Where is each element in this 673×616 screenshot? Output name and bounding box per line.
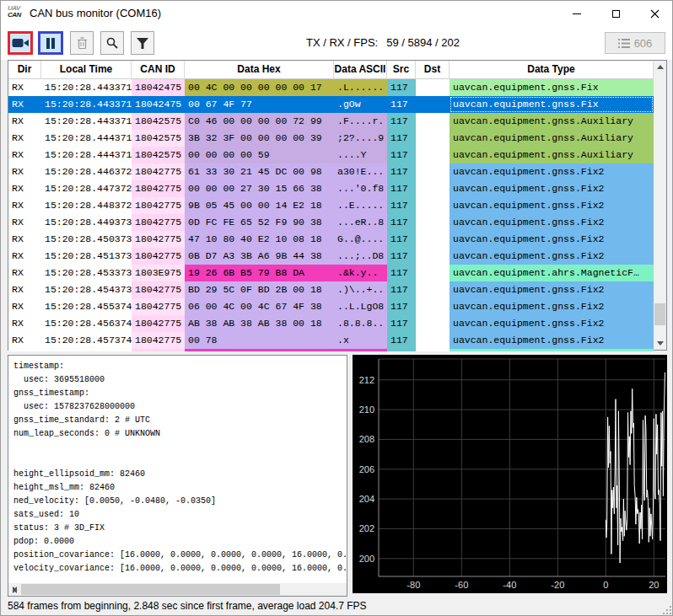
cell-time[interactable]: 15:20:28.443371: [41, 96, 132, 113]
table-row[interactable]: RX15:20:28.4473721804277500 00 00 27 30 …: [8, 180, 654, 197]
cell-dir[interactable]: [8, 349, 41, 351]
detail-horizontal-scrollbar[interactable]: [8, 583, 347, 596]
cell-hex[interactable]: 06 00 4C 00 4C 67 4F 38: [185, 298, 334, 315]
cell-src[interactable]: 117: [387, 197, 416, 214]
cell-dst[interactable]: [416, 281, 450, 298]
cell-type[interactable]: uavcan.equipment.gnss.Fix2: [450, 180, 654, 197]
cell-src[interactable]: 117: [387, 96, 416, 113]
cell-src[interactable]: 117: [387, 180, 416, 197]
column-header-dst[interactable]: Dst: [416, 61, 450, 79]
cell-type[interactable]: uavcan.equipment.gnss.Fix2: [450, 214, 654, 231]
cell-src[interactable]: 117: [387, 315, 416, 332]
cell-ascii[interactable]: ...;..D8: [334, 248, 387, 265]
cell-dst[interactable]: [416, 265, 450, 281]
cell-type[interactable]: uavcan.equipment.gnss.Fix2: [450, 298, 654, 315]
cell-canid[interactable]: 18042775: [132, 298, 185, 315]
cell-ascii[interactable]: .gOw: [334, 96, 387, 113]
cell-ascii[interactable]: ...eR..8: [334, 214, 387, 231]
cell-hex[interactable]: C0 46 00 00 00 00 72 99: [185, 113, 334, 130]
cell-dst[interactable]: [416, 298, 450, 315]
cell-canid[interactable]: 18042775: [132, 332, 185, 349]
cell-type[interactable]: uavcan.equipment.gnss.Auxiliary: [450, 130, 654, 147]
column-header-can-id[interactable]: CAN ID: [132, 61, 185, 79]
cell-canid[interactable]: 18042475: [132, 79, 185, 96]
cell-canid[interactable]: 18042775: [132, 214, 185, 231]
cell-type[interactable]: uavcan.equipment.gnss.Auxiliary: [450, 113, 654, 130]
cell-ascii[interactable]: ;2?....9: [334, 130, 387, 147]
cell-time[interactable]: 15:20:28.457374: [41, 332, 132, 349]
cell-dir[interactable]: RX: [8, 96, 41, 113]
cell-type[interactable]: uavcan.equipment.gnss.Fix2: [450, 315, 654, 332]
cell-canid[interactable]: 18042575: [132, 113, 185, 130]
table-row[interactable]: RX15:20:28.45637418042775AB 38 AB 38 AB …: [8, 315, 654, 332]
cell-dir[interactable]: RX: [8, 180, 41, 197]
table-row[interactable]: RX15:20:28.4533731803E97519 26 6B B5 79 …: [8, 265, 654, 281]
table-row[interactable]: RX15:20:28.44337118042575C0 46 00 00 00 …: [8, 113, 654, 130]
cell-ascii[interactable]: [334, 349, 387, 351]
cell-canid[interactable]: 18042775: [132, 315, 185, 332]
cell-dir[interactable]: RX: [8, 248, 41, 265]
cell-hex[interactable]: 00 78: [185, 332, 334, 349]
cell-time[interactable]: 15:20:28.448372: [41, 197, 132, 214]
cell-time[interactable]: 15:20:28.450373: [41, 231, 132, 248]
cell-ascii[interactable]: .F....r.: [334, 113, 387, 130]
cell-src[interactable]: 117: [387, 113, 416, 130]
table-row[interactable]: RX15:20:28.4433711804247500 4C 00 00 00 …: [8, 79, 654, 96]
cell-canid[interactable]: 18042775: [132, 180, 185, 197]
cell-time[interactable]: 15:20:28.443371: [41, 113, 132, 130]
cell-time[interactable]: 15:20:28.455374: [41, 298, 132, 315]
cell-canid[interactable]: 18042775: [132, 231, 185, 248]
cell-dir[interactable]: RX: [8, 265, 41, 281]
cell-dst[interactable]: [416, 113, 450, 130]
cell-ascii[interactable]: .)\..+..: [334, 281, 387, 298]
cell-dst[interactable]: [416, 96, 450, 113]
cell-dst[interactable]: [416, 214, 450, 231]
cell-dir[interactable]: RX: [8, 130, 41, 147]
cell-dir[interactable]: RX: [8, 315, 41, 332]
cell-ascii[interactable]: .L......: [334, 79, 387, 96]
cell-canid[interactable]: 1803E975: [132, 265, 185, 281]
cell-src[interactable]: 117: [387, 265, 416, 281]
close-button[interactable]: [635, 1, 673, 26]
cell-dst[interactable]: [416, 231, 450, 248]
scroll-right-button[interactable]: [8, 583, 21, 596]
cell-ascii[interactable]: ...'0.f8: [334, 180, 387, 197]
table-vertical-scrollbar[interactable]: [654, 61, 666, 350]
cell-src[interactable]: 117: [387, 231, 416, 248]
cell-src[interactable]: 117: [387, 248, 416, 265]
message-detail-panel[interactable]: timestamp: usec: 3695518000 gnss_timesta…: [8, 355, 347, 597]
cell-hex[interactable]: 00 67 4F 77: [185, 96, 334, 113]
cell-hex[interactable]: 0B D7 A3 3B A6 9B 44 38: [185, 248, 334, 265]
cell-src[interactable]: 117: [387, 163, 416, 180]
cell-canid[interactable]: 18042775: [132, 163, 185, 180]
cell-src[interactable]: [387, 349, 416, 351]
table-row[interactable]: RX15:20:28.45437318042775BD 29 5C 0F BD …: [8, 281, 654, 298]
cell-time[interactable]: 15:20:28.446372: [41, 163, 132, 180]
cell-hex[interactable]: 19 26 6B B5 79 B8 DA: [185, 265, 334, 281]
cell-dst[interactable]: [416, 248, 450, 265]
table-row[interactable]: RX15:20:28.449373180427750D FC FE 65 52 …: [8, 214, 654, 231]
cell-time[interactable]: 15:20:28.451373: [41, 248, 132, 265]
scroll-up-button[interactable]: [654, 61, 666, 73]
cell-time[interactable]: 15:20:28.447372: [41, 180, 132, 197]
cell-type[interactable]: uavcan.equipment.gnss.Fix: [450, 79, 654, 96]
cell-src[interactable]: 117: [387, 281, 416, 298]
cell-hex[interactable]: 61 33 30 21 45 DC 00 98: [185, 163, 334, 180]
cell-ascii[interactable]: .x: [334, 332, 387, 349]
cell-src[interactable]: 117: [387, 79, 416, 96]
cell-src[interactable]: 117: [387, 130, 416, 147]
cell-dst[interactable]: [416, 79, 450, 96]
cell-dst[interactable]: [416, 332, 450, 349]
cell-time[interactable]: 15:20:28.443371: [41, 79, 132, 96]
pause-button[interactable]: [38, 31, 63, 55]
cell-time[interactable]: 15:20:28.449373: [41, 214, 132, 231]
cell-hex[interactable]: AB 38 AB 38 AB 38 00 18: [185, 315, 334, 332]
cell-hex[interactable]: 0D FC FE 65 52 F9 90 38: [185, 214, 334, 231]
cell-time[interactable]: 15:20:28.444371: [41, 147, 132, 163]
minimize-button[interactable]: [557, 1, 596, 26]
cell-type[interactable]: uavcan.equipment.gnss.Fix2: [450, 248, 654, 265]
table-row[interactable]: RX15:20:28.4433711804247500 67 4F 77.gOw…: [8, 96, 654, 113]
cell-dir[interactable]: RX: [8, 231, 41, 248]
cell-canid[interactable]: [132, 349, 185, 351]
cell-canid[interactable]: 18042575: [132, 147, 185, 163]
